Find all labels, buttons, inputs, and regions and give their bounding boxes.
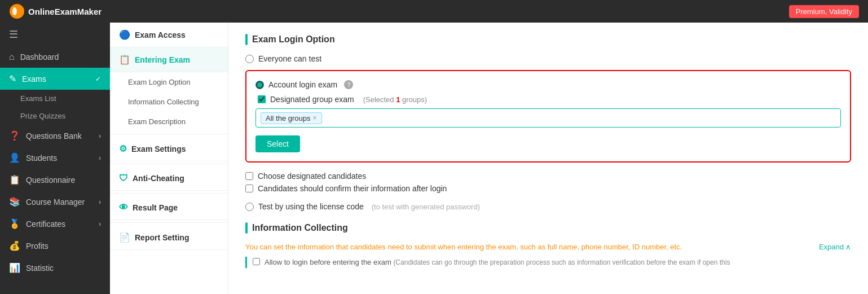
allow-login-desc: (Candidates can go through the preparati… [393,258,730,266]
group-tag: All the groups × [261,112,322,124]
chevron-right-icon4: › [99,220,101,228]
sidebar-item-exams-list[interactable]: Exams List [0,90,110,107]
sidebar-item-course-manager[interactable]: 📚 Course Manager › [0,191,110,213]
sidebar-item-questions-bank[interactable]: ❓ Questions Bank › [0,125,110,147]
sub-nav-result-page[interactable]: 👁 Result Page [110,196,228,220]
sidebar-label-exams: Exams [22,74,46,84]
logo-text: OnlineExamMaker [28,7,102,16]
sub-nav: 🔵 Exam Access 📋 Entering Exam Exam Login… [110,23,228,294]
exam-login-section-header: Exam Login Option [245,34,851,45]
checkbox-designated-label[interactable]: Designated group exam [270,95,354,104]
sidebar-label-questions: Questions Bank [26,131,82,141]
radio-account[interactable] [255,81,264,89]
sidebar-label-statistic: Statistic [26,264,54,273]
allow-login-content: Allow to login before entering the exam … [265,257,730,268]
info-collecting-section-header: Information Collecting [245,222,851,234]
sub-nav-report-setting-label: Report Setting [135,233,189,242]
sub-nav-entering-exam-label: Entering Exam [135,55,190,64]
profits-icon: 💰 [9,240,20,251]
checkbox-candidates[interactable] [245,172,253,180]
sidebar-item-students[interactable]: 👤 Students › [0,147,110,169]
divider [110,134,228,134]
exam-login-title: Exam Login Option [252,34,335,45]
chevron-down-icon: ✓ [95,75,101,83]
sub-nav-exam-access-label: Exam Access [135,30,186,40]
tag-input[interactable]: All the groups × [255,108,841,128]
certificates-icon: 🏅 [9,218,20,229]
sidebar-item-exams[interactable]: ✎ Exams ✓ [0,68,110,90]
sub-nav-anti-cheating[interactable]: 🛡 Anti-Cheating [110,166,228,191]
info-desc-text: You can set the information that candida… [245,243,682,251]
radio-everyone[interactable] [245,55,254,63]
chevron-right-icon3: › [99,198,101,206]
expand-link[interactable]: Expand ∧ [819,243,851,251]
selected-prefix: (Selected [363,95,396,104]
anti-cheating-icon: 🛡 [119,173,128,183]
sidebar-item-dashboard[interactable]: ⌂ Dashboard [0,46,110,68]
sub-nav-anti-cheating-label: Anti-Cheating [133,174,184,183]
help-icon[interactable]: ? [344,80,353,89]
premium-badge[interactable]: Premium, Validity [789,5,859,18]
select-button[interactable]: Select [255,135,300,152]
checkbox-confirm-label[interactable]: Candidates should confirm their informat… [258,184,447,193]
section-bar2 [245,222,248,234]
sub-nav-label-exam-desc: Exam Description [128,117,186,126]
radio-license-label[interactable]: Test by using the license code [258,202,364,211]
info-desc: You can set the information that candida… [245,243,851,251]
checkbox-confirm-row: Candidates should confirm their informat… [245,184,851,193]
sidebar-label-course: Course Manager [26,198,85,207]
chevron-right-icon: › [99,132,101,140]
sidebar-label-prize-quizzes: Prize Quizzes [20,112,65,120]
hamburger-button[interactable]: ☰ [0,23,110,46]
radio-account-label[interactable]: Account login exam [268,80,337,89]
sidebar-item-statistic[interactable]: 📊 Statistic [0,257,110,279]
result-page-icon: 👁 [119,203,128,213]
exams-icon: ✎ [9,73,16,84]
main-content: Exam Login Option Everyone can test Acco… [228,23,868,294]
statistic-icon: 📊 [9,262,20,273]
radio-everyone-row: Everyone can test [245,54,851,63]
questions-icon: ❓ [9,130,20,141]
sub-nav-label-info-collecting: Information Collecting [128,98,199,106]
checkbox-candidates-label[interactable]: Choose designated candidates [258,172,366,181]
sub-nav-exam-description[interactable]: Exam Description [110,112,228,131]
dashboard-icon: ⌂ [9,52,15,62]
logo: OnlineExamMaker [9,3,102,19]
outside-options: Choose designated candidates Candidates … [245,172,851,193]
sidebar-label-questionnaire: Questionnaire [26,175,75,185]
sidebar-item-certificates[interactable]: 🏅 Certificates › [0,213,110,235]
tag-close-button[interactable]: × [313,114,317,122]
sidebar: ☰ ⌂ Dashboard ✎ Exams ✓ Exams List Prize… [0,23,110,294]
radio-license[interactable] [245,203,254,211]
entering-exam-icon: 📋 [119,54,130,65]
radio-license-row: Test by using the license code (to test … [245,202,851,211]
selected-suffix: groups) [400,95,427,104]
checkbox-designated[interactable] [258,95,266,103]
checkbox-allow-login[interactable] [253,258,260,265]
sub-nav-exam-access: 🔵 Exam Access [110,23,228,47]
expand-icon: ∧ [845,243,851,251]
sub-nav-exam-settings[interactable]: ⚙ Exam Settings [110,137,228,161]
sidebar-item-prize-quizzes[interactable]: Prize Quizzes [0,107,110,125]
sidebar-label-students: Students [26,153,57,163]
expand-label: Expand [819,243,844,251]
allow-login-label[interactable]: Allow to login before entering the exam [265,258,391,266]
radio-account-row: Account login exam ? [255,80,841,89]
sidebar-item-questionnaire[interactable]: 📋 Questionnaire [0,169,110,191]
topbar: OnlineExamMaker Premium, Validity [0,0,868,23]
sub-nav-report-setting[interactable]: 📄 Report Setting [110,225,228,250]
sidebar-item-profits[interactable]: 💰 Profits [0,235,110,257]
selected-groups-info: (Selected 1 groups) [363,95,427,104]
sidebar-label-exams-list: Exams List [20,94,56,103]
logo-icon [9,3,25,19]
sub-nav-entering-exam[interactable]: 📋 Entering Exam [110,47,228,72]
sidebar-label-dashboard: Dashboard [20,52,59,62]
section-bar [245,34,248,45]
radio-everyone-label[interactable]: Everyone can test [258,54,321,63]
sub-nav-exam-login-option[interactable]: Exam Login Option [110,72,228,92]
checkbox-confirm[interactable] [245,185,253,192]
allow-login-row: Allow to login before entering the exam … [245,257,851,268]
sub-nav-information-collecting[interactable]: Information Collecting [110,92,228,112]
login-option-box: Account login exam ? Designated group ex… [245,70,851,163]
checkbox-designated-row: Designated group exam (Selected 1 groups… [255,95,841,104]
